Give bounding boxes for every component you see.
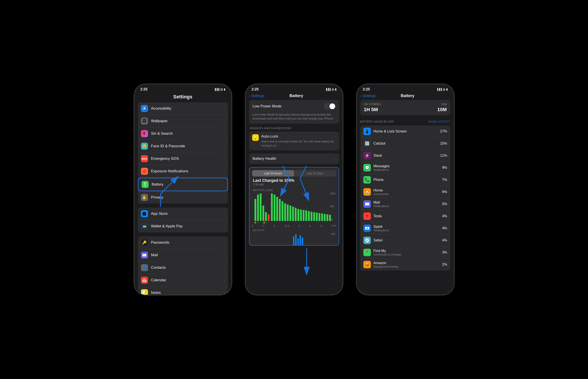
app-row-home[interactable]: 🏠 Home Accessories 6% <box>360 186 450 198</box>
svg-rect-18 <box>292 207 294 221</box>
wallpaper-icon: 🖼 <box>141 118 148 125</box>
low-power-description: Low Power Mode temporarily reduces backg… <box>249 113 339 124</box>
battery-content: Low Power Mode Low Power Mode temporaril… <box>245 100 343 246</box>
app-row-slack[interactable]: ⚡ Slack 11% <box>360 150 450 162</box>
autolock-row[interactable]: 💡 Auto-Lock Auto-Lock is currently turne… <box>249 132 339 150</box>
tab-24-hours[interactable]: Last 24 Hours <box>252 170 294 176</box>
slack-icon: ⚡ <box>363 152 371 159</box>
svg-rect-37 <box>299 235 301 245</box>
wallet-label: Wallet & Apple Pay <box>151 224 224 228</box>
activity-label: ACTIVITY <box>249 228 339 232</box>
contacts-row[interactable]: 👤 Contacts › <box>138 261 228 274</box>
mail-row[interactable]: ✉️ Mail › <box>138 249 228 261</box>
privacy-icon: ✋ <box>141 194 148 201</box>
notes-row[interactable]: 📝 Notes › <box>138 286 228 295</box>
svg-rect-15 <box>284 203 286 221</box>
notes-icon: 📝 <box>141 289 148 295</box>
sos-label: Emergency SOS <box>151 157 224 161</box>
wallet-icon: 💳 <box>141 223 148 230</box>
low-power-toggle[interactable] <box>324 103 336 110</box>
app-row-safari[interactable]: 🧭 Safari 4% <box>360 234 450 247</box>
battery-health-card: Battery Health › <box>249 153 339 164</box>
svg-rect-28 <box>318 213 320 221</box>
notes-label: Notes <box>151 290 224 295</box>
chevron-icon: › <box>224 144 225 148</box>
nav-bar-3: ‹ Settings Battery <box>357 92 454 100</box>
signal-icon: ▐▐▐ <box>325 88 330 91</box>
faceid-row[interactable]: 😊 Face ID & Passcode › <box>138 140 228 153</box>
charging-icons-row: ⚡— ⚡— <box>249 221 339 224</box>
calcbot-icon: 🔢 <box>363 140 371 147</box>
svg-rect-6 <box>260 193 261 221</box>
accessibility-label: Accessibility <box>151 106 224 111</box>
passwords-row[interactable]: 🔑 Passwords › <box>138 236 228 249</box>
settings-list: ♿ Accessibility › 🖼 Wallpaper › 🎙 Siri &… <box>134 102 231 295</box>
x-label-12a: 12 A <box>285 225 289 227</box>
app-row-messages[interactable]: 💬 Messages Notifications 9% <box>360 162 450 174</box>
tab-10-days[interactable]: Last 10 Days <box>294 170 336 176</box>
chevron-icon: › <box>224 196 225 199</box>
app-row-spark[interactable]: 📧 Spark Notifications 4% <box>360 222 450 234</box>
chevron-icon: › <box>224 291 225 295</box>
app-row-mail[interactable]: ✉️ Mail Notifications 5% <box>360 198 450 210</box>
messages-subtitle: Notifications <box>374 168 442 172</box>
accessibility-row[interactable]: ♿ Accessibility › <box>138 102 228 115</box>
battery-health-row[interactable]: Battery Health › <box>249 153 339 164</box>
screen-time-values: 1H 5M 10M <box>364 107 447 112</box>
chevron-icon: › <box>224 241 225 244</box>
back-button-3[interactable]: ‹ Settings <box>360 94 376 98</box>
app-row-calcbot[interactable]: 🔢 Calcbot 15% <box>360 138 450 150</box>
app-row-home-lock[interactable]: 📱 Home & Lock Screen 27% <box>360 126 450 138</box>
faceid-label: Face ID & Passcode <box>151 144 224 148</box>
y-100: 100% <box>330 192 336 195</box>
exposure-icon: 🔴 <box>141 168 148 175</box>
phone-1: 2:25 ▐▐▐ ⌸ ▮ Settings ♿ Accessibility › … <box>134 84 232 295</box>
svg-rect-20 <box>297 209 299 221</box>
app-row-amazon[interactable]: 📦 Amazon Background Activity 2% <box>360 259 450 270</box>
messages-icon: 💬 <box>363 164 371 172</box>
chevron-icon: › <box>224 278 225 282</box>
settings-screen: 2:25 ▐▐▐ ⌸ ▮ Settings ♿ Accessibility › … <box>134 84 231 295</box>
sos-row[interactable]: SOS Emergency SOS › <box>138 153 228 165</box>
svg-rect-9 <box>268 214 269 221</box>
charging-icon-2: ⚡— <box>263 221 268 224</box>
battery-icon: ▮ <box>224 88 225 91</box>
calcbot-name: Calcbot <box>374 142 440 145</box>
calendar-row[interactable]: 📅 Calendar › <box>138 274 228 286</box>
app-row-phone[interactable]: 📞 Phone 7% <box>360 174 450 186</box>
back-button[interactable]: ‹ Settings <box>249 94 265 98</box>
battery-chart-area: 100% 50% 0% <box>249 192 339 221</box>
spark-icon: 📧 <box>363 224 371 232</box>
autolock-info: Auto-Lock Auto-Lock is currently turned … <box>261 134 335 147</box>
svg-rect-4 <box>254 199 256 221</box>
sos-icon: SOS <box>141 155 148 162</box>
safari-icon: 🧭 <box>363 237 371 244</box>
siri-row[interactable]: 🎙 Siri & Search › <box>138 127 228 140</box>
home-name: Home <box>374 189 442 192</box>
findmy-name: Find My <box>374 249 442 253</box>
phone-info: Phone <box>374 178 442 182</box>
wallet-row[interactable]: 💳 Wallet & Apple Pay › <box>138 220 228 232</box>
svg-rect-10 <box>271 193 273 221</box>
app-row-tesla[interactable]: T Tesla 4% <box>360 210 450 222</box>
status-time-3: 2:25 <box>363 87 370 91</box>
svg-rect-35 <box>295 234 296 245</box>
privacy-row[interactable]: ✋ Privacy › <box>138 191 228 204</box>
safari-percent: 4% <box>442 238 447 242</box>
x-label-9p: 9 <box>321 225 322 227</box>
exposure-label: Exposure Notifications <box>151 169 224 174</box>
app-row-findmy[interactable]: 📍 Find My Connected to Charger 3% <box>360 247 450 259</box>
home-subtitle: Accessories <box>374 192 442 196</box>
wallpaper-row[interactable]: 🖼 Wallpaper › <box>138 115 228 127</box>
show-activity-button[interactable]: SHOW ACTIVITY <box>428 120 450 123</box>
exposure-row[interactable]: 🔴 Exposure Notifications › <box>138 165 228 178</box>
calendar-icon: 📅 <box>141 277 148 284</box>
status-icons-3: ▐▐▐ ⌸ ▮ <box>437 88 447 91</box>
messages-percent: 9% <box>442 166 447 170</box>
tesla-info: Tesla <box>374 214 442 218</box>
tesla-icon: T <box>363 212 371 220</box>
battery-row[interactable]: 🔋 Battery › <box>138 178 228 191</box>
appstore-row[interactable]: 🅰 App Store › <box>138 207 228 220</box>
settings-group-1: ♿ Accessibility › 🖼 Wallpaper › 🎙 Siri &… <box>138 102 228 204</box>
svg-rect-7 <box>262 205 264 221</box>
